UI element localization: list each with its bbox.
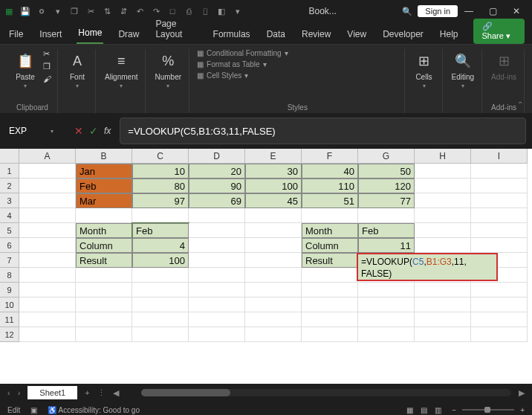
cell[interactable] [471, 208, 528, 223]
cell[interactable] [189, 327, 245, 342]
cell[interactable] [76, 312, 132, 327]
horizontal-scrollbar[interactable] [141, 389, 511, 396]
conditional-formatting-button[interactable]: ▦ Conditional Formatting ▾ [197, 49, 288, 57]
cell[interactable] [471, 178, 528, 193]
cell[interactable]: 4 [132, 238, 189, 253]
cell[interactable] [76, 208, 132, 223]
add-sheet-button[interactable]: + [85, 388, 89, 397]
row-header[interactable]: 11 [0, 312, 19, 327]
cell[interactable]: Month [76, 223, 132, 238]
cell[interactable] [19, 223, 76, 238]
cell[interactable] [76, 268, 132, 283]
cell[interactable] [19, 268, 76, 283]
cell[interactable] [415, 327, 471, 342]
cell[interactable]: 10 [132, 164, 189, 178]
cell[interactable] [132, 312, 189, 327]
cell[interactable] [415, 283, 471, 297]
cell[interactable] [358, 327, 415, 342]
row-header[interactable]: 9 [0, 283, 19, 297]
cell[interactable] [132, 297, 189, 312]
row-header[interactable]: 1 [0, 164, 19, 178]
cell[interactable]: 80 [132, 178, 189, 193]
cell[interactable] [245, 312, 302, 327]
zoom-slider[interactable] [462, 409, 514, 411]
row-header[interactable]: 10 [0, 297, 19, 312]
cell[interactable] [415, 238, 471, 253]
cell[interactable] [358, 283, 415, 297]
cell[interactable]: 51 [302, 193, 358, 208]
cell[interactable] [415, 193, 471, 208]
cell[interactable] [245, 208, 302, 223]
cell[interactable] [19, 164, 76, 178]
search-icon[interactable]: 🔍 [401, 5, 413, 17]
col-header[interactable]: H [415, 149, 471, 164]
fx-icon[interactable]: fx [104, 126, 111, 136]
accessibility-status[interactable]: ♿ Accessibility: Good to go [48, 406, 140, 414]
tab-home[interactable]: Home [77, 23, 103, 44]
cell[interactable] [189, 312, 245, 327]
cell[interactable] [132, 268, 189, 283]
cell[interactable] [358, 297, 415, 312]
cell[interactable] [358, 208, 415, 223]
cell-styles-button[interactable]: ▦ Cell Styles ▾ [197, 71, 288, 80]
cell[interactable] [132, 208, 189, 223]
cell[interactable]: Column [302, 238, 358, 253]
cell[interactable]: Feb [358, 223, 415, 238]
cell[interactable] [76, 327, 132, 342]
sheet-tab[interactable]: Sheet1 [27, 386, 77, 399]
page-layout-view-icon[interactable]: ▤ [421, 406, 427, 414]
editing-button[interactable]: 🔍Editing▾ [450, 49, 476, 91]
addins-button[interactable]: ⊞Add-ins [490, 49, 518, 83]
cell[interactable] [19, 327, 76, 342]
cell[interactable]: 50 [358, 164, 415, 178]
cancel-icon[interactable]: ✕ [74, 125, 83, 137]
row-header[interactable]: 4 [0, 208, 19, 223]
cell[interactable]: Jan [76, 164, 132, 178]
zoom-in-button[interactable]: + [520, 406, 525, 414]
cell[interactable] [302, 327, 358, 342]
col-header[interactable]: F [302, 149, 358, 164]
save-icon[interactable]: 💾 [19, 5, 31, 17]
cell[interactable] [415, 164, 471, 178]
cell[interactable] [471, 164, 528, 178]
maximize-button[interactable]: ▢ [486, 4, 499, 18]
cell[interactable] [302, 283, 358, 297]
cell[interactable] [415, 208, 471, 223]
select-all-corner[interactable] [0, 149, 19, 164]
cell[interactable]: 100 [245, 178, 302, 193]
qat-more-icon[interactable]: ▾ [232, 5, 244, 17]
cell[interactable]: 40 [302, 164, 358, 178]
cell[interactable] [19, 253, 76, 268]
page-break-view-icon[interactable]: ▥ [435, 406, 441, 414]
cell[interactable] [415, 178, 471, 193]
macro-icon[interactable]: ▣ [30, 406, 37, 414]
cell[interactable] [471, 223, 528, 238]
cell[interactable]: 11 [358, 238, 415, 253]
row-header[interactable]: 6 [0, 238, 19, 253]
cell[interactable]: 69 [189, 193, 245, 208]
cell[interactable] [245, 268, 302, 283]
cell[interactable]: Mar [76, 193, 132, 208]
formula-input[interactable] [120, 118, 526, 144]
cell[interactable]: Column [76, 238, 132, 253]
sheet-prev-icon[interactable]: ‹ [7, 388, 10, 397]
sheet-next-icon[interactable]: › [18, 388, 21, 397]
sign-in-button[interactable]: Sign in [418, 5, 458, 17]
format-painter-icon[interactable]: 🖌 [43, 74, 51, 83]
scroll-right-icon[interactable]: ▶ [519, 388, 525, 398]
cell[interactable] [132, 283, 189, 297]
cell[interactable] [19, 193, 76, 208]
paste-button[interactable]: 📋 Paste▾ [13, 49, 37, 91]
col-header[interactable]: C [132, 149, 189, 164]
cell[interactable] [471, 312, 528, 327]
scroll-left-icon[interactable]: ◀ [113, 388, 119, 398]
cell[interactable] [76, 283, 132, 297]
cell[interactable] [471, 193, 528, 208]
row-header[interactable]: 7 [0, 253, 19, 268]
normal-view-icon[interactable]: ▦ [406, 406, 413, 414]
row-header[interactable]: 5 [0, 223, 19, 238]
cell[interactable] [189, 223, 245, 238]
cell[interactable] [302, 312, 358, 327]
cell[interactable] [471, 238, 528, 253]
minimize-button[interactable]: — [462, 4, 476, 18]
